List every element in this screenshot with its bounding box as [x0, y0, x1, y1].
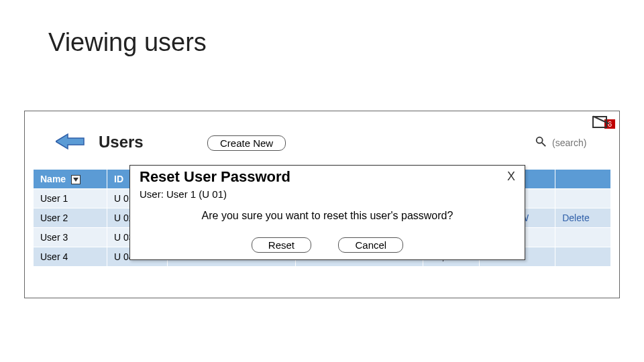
svg-line-2: [542, 143, 545, 146]
modal-title: Reset User Password: [140, 168, 290, 186]
svg-marker-0: [56, 134, 84, 149]
reset-button[interactable]: Reset: [252, 237, 311, 253]
col-name[interactable]: Name: [34, 170, 107, 189]
mail-icon: [592, 116, 607, 128]
cell-name: User 1: [34, 189, 107, 208]
close-icon[interactable]: X: [507, 170, 515, 184]
back-arrow-icon[interactable]: [56, 133, 85, 150]
modal-buttons: Reset Cancel: [130, 237, 525, 253]
main-panel: 6 Users Create New Name ID: [24, 111, 620, 298]
cell-name: User 2: [34, 208, 107, 228]
col-name-label: Name: [40, 174, 66, 184]
col-blank-5: [555, 170, 611, 189]
svg-point-1: [537, 137, 543, 143]
page-title: Viewing users: [48, 28, 207, 57]
sort-icon[interactable]: [71, 175, 80, 184]
modal-message: Are you sure you want to reset this user…: [130, 210, 525, 222]
panel-title: Users: [99, 133, 144, 152]
cell-name: User 4: [34, 247, 107, 267]
cell-name: User 3: [34, 228, 107, 247]
svg-marker-3: [73, 178, 78, 182]
panel-header: Users Create New: [25, 134, 619, 157]
notification-area[interactable]: 6: [592, 115, 615, 129]
delete-link[interactable]: Delete: [555, 208, 611, 228]
search-input[interactable]: [551, 137, 611, 149]
modal-subtitle: User: User 1 (U 01): [140, 188, 227, 200]
search-icon: [535, 135, 547, 150]
create-new-button[interactable]: Create New: [207, 135, 286, 151]
cancel-button[interactable]: Cancel: [338, 237, 403, 253]
search-box[interactable]: [535, 135, 611, 150]
reset-password-modal: Reset User Password X User: User 1 (U 01…: [129, 165, 525, 260]
